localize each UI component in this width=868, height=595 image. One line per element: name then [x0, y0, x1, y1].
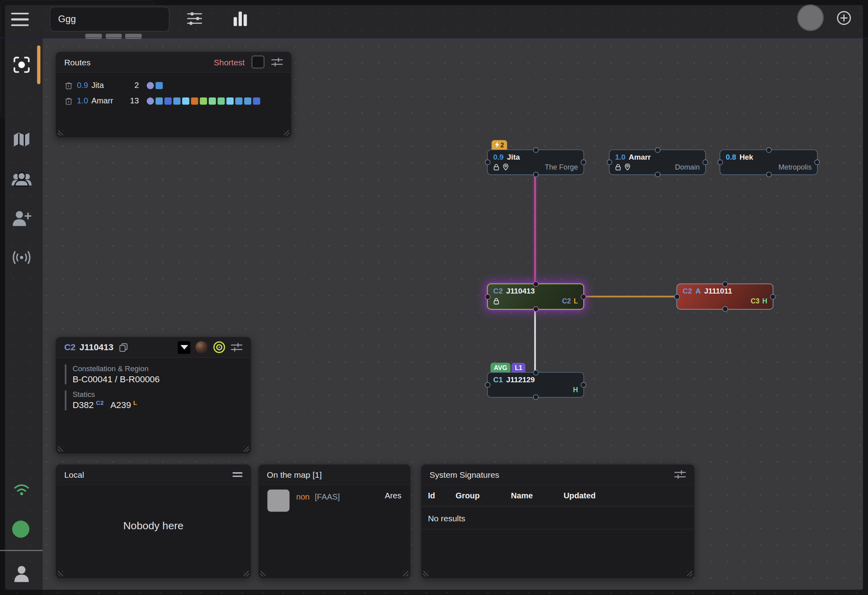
signatures-column-name[interactable]: Name [511, 491, 563, 500]
menu-icon[interactable] [11, 13, 29, 26]
focus-icon[interactable] [12, 55, 31, 74]
broadcast-icon[interactable] [10, 249, 32, 266]
user-avatar[interactable] [797, 4, 824, 31]
map-node-j111011[interactable]: C2AJ111011 C3H [676, 284, 773, 310]
map-node-jita[interactable]: 0.9Jita The Forge [487, 149, 584, 175]
resize-handle[interactable] [687, 571, 693, 576]
connection-handle[interactable] [533, 394, 539, 400]
connection-handle[interactable] [814, 160, 820, 165]
route-system-swatch[interactable] [217, 97, 225, 104]
filter-sliders-icon[interactable] [187, 11, 203, 26]
route-system-swatch[interactable] [182, 97, 189, 104]
resize-handle[interactable] [57, 571, 63, 576]
people-icon[interactable] [11, 171, 32, 190]
resize-handle[interactable] [284, 130, 289, 136]
local-menu-icon[interactable] [232, 471, 242, 478]
connection-jita-j110413[interactable] [534, 175, 535, 284]
resize-handle[interactable] [260, 571, 266, 576]
connection-handle[interactable] [581, 382, 586, 388]
status-indicator[interactable] [12, 521, 29, 538]
route-system-swatches[interactable] [147, 97, 260, 104]
connection-handle[interactable] [485, 160, 491, 165]
info-settings-icon[interactable] [231, 343, 242, 352]
connection-handle[interactable] [581, 294, 586, 299]
system-thumbnail[interactable] [195, 341, 207, 353]
connection-handle[interactable] [702, 160, 708, 165]
connection-handle[interactable] [674, 294, 680, 299]
connection-handle[interactable] [766, 172, 771, 177]
bar-chart-icon[interactable] [232, 10, 249, 27]
connection-handle[interactable] [655, 172, 660, 177]
connection-handle[interactable] [533, 370, 539, 376]
effect-icon[interactable] [213, 341, 226, 354]
connection-handle[interactable] [533, 147, 539, 153]
connection-handle[interactable] [722, 281, 728, 287]
connection-handle[interactable] [533, 281, 539, 287]
connection-handle[interactable] [770, 294, 776, 299]
route-system-swatch[interactable] [156, 97, 163, 104]
connection-handle[interactable] [533, 172, 539, 177]
route-system-swatch[interactable] [191, 97, 198, 104]
connection-handle[interactable] [722, 306, 728, 312]
route-system-swatch[interactable] [164, 97, 171, 104]
trash-icon[interactable] [65, 81, 73, 90]
resize-handle[interactable] [423, 571, 428, 576]
map-name-input[interactable] [50, 7, 169, 32]
route-system-swatch[interactable] [200, 97, 207, 104]
routes-settings-icon[interactable] [271, 57, 283, 67]
route-system-swatch[interactable] [173, 97, 181, 104]
connection-handle[interactable] [533, 306, 539, 312]
route-mode-checkbox[interactable] [251, 55, 265, 69]
route-system-swatches[interactable] [147, 82, 163, 89]
add-icon[interactable] [836, 11, 851, 26]
connection-j110413-j111011[interactable] [584, 296, 676, 297]
connection-handle[interactable] [655, 147, 660, 153]
person-add-icon[interactable] [11, 209, 31, 228]
route-system-swatch[interactable] [156, 82, 163, 89]
active-tab-indicator [37, 46, 40, 84]
resize-handle[interactable] [244, 446, 249, 452]
trash-icon[interactable] [65, 97, 73, 105]
route-mode-label[interactable]: Shortest [214, 57, 245, 67]
connection-handle[interactable] [485, 294, 491, 299]
route-system-swatch[interactable] [209, 97, 216, 104]
avg-badge: AVG [491, 363, 510, 373]
security-status: 0.9 [493, 153, 504, 161]
route-system-swatch[interactable] [253, 97, 260, 104]
user-icon[interactable] [12, 565, 30, 584]
resize-handle[interactable] [244, 571, 249, 576]
resize-handle[interactable] [57, 130, 63, 136]
route-system-swatch[interactable] [147, 82, 154, 89]
signatures-column-headers[interactable]: IdGroupNameUpdated [421, 485, 694, 507]
route-system-swatch[interactable] [235, 97, 242, 104]
connection-handle[interactable] [581, 160, 586, 165]
route-row-jita[interactable]: 0.9 Jita 2 [56, 78, 291, 93]
signatures-column-group[interactable]: Group [456, 491, 511, 500]
map-node-j110413[interactable]: C2J110413 C2L [487, 284, 584, 310]
local-empty-text: Nobody here [56, 520, 251, 532]
signatures-column-id[interactable]: Id [428, 491, 456, 500]
connection-handle[interactable] [766, 147, 771, 153]
signatures-settings-icon[interactable] [674, 470, 686, 479]
map-icon[interactable] [12, 131, 31, 149]
pilot-row[interactable]: non [FAAS] Ares [259, 485, 410, 512]
connection-handle[interactable] [718, 160, 723, 165]
route-row-amarr[interactable]: 1.0 Amarr 13 [56, 93, 291, 109]
resize-handle[interactable] [403, 571, 409, 576]
map-node-amarr[interactable]: 1.0Amarr Domain [609, 149, 706, 175]
static-effect: H [762, 297, 767, 305]
pilot-portrait [267, 490, 289, 512]
signatures-column-updated[interactable]: Updated [563, 491, 694, 500]
connection-handle[interactable] [607, 160, 612, 165]
map-node-hek[interactable]: 0.8Hek Metropolis [720, 149, 817, 175]
connection-j110413-j112129[interactable] [534, 310, 536, 373]
connection-handle[interactable] [485, 382, 491, 388]
level-badge: L1 [512, 363, 526, 373]
copy-icon[interactable] [119, 343, 128, 352]
resize-handle[interactable] [57, 446, 63, 452]
route-system-swatch[interactable] [244, 97, 251, 104]
collapse-icon[interactable] [178, 341, 190, 353]
route-system-swatch[interactable] [147, 97, 154, 104]
route-system-swatch[interactable] [227, 97, 234, 104]
map-node-j112129[interactable]: C1J112129 H [487, 372, 584, 397]
